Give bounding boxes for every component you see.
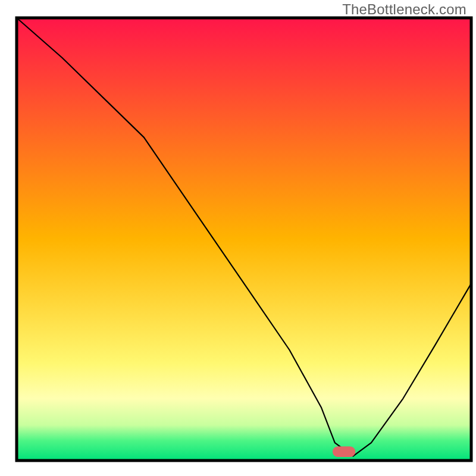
chart-container: TheBottleneck.com [0, 0, 476, 476]
watermark-label: TheBottleneck.com [342, 1, 466, 18]
optimal-marker [333, 446, 355, 457]
bottleneck-chart [0, 0, 476, 476]
gradient-background [17, 18, 471, 461]
